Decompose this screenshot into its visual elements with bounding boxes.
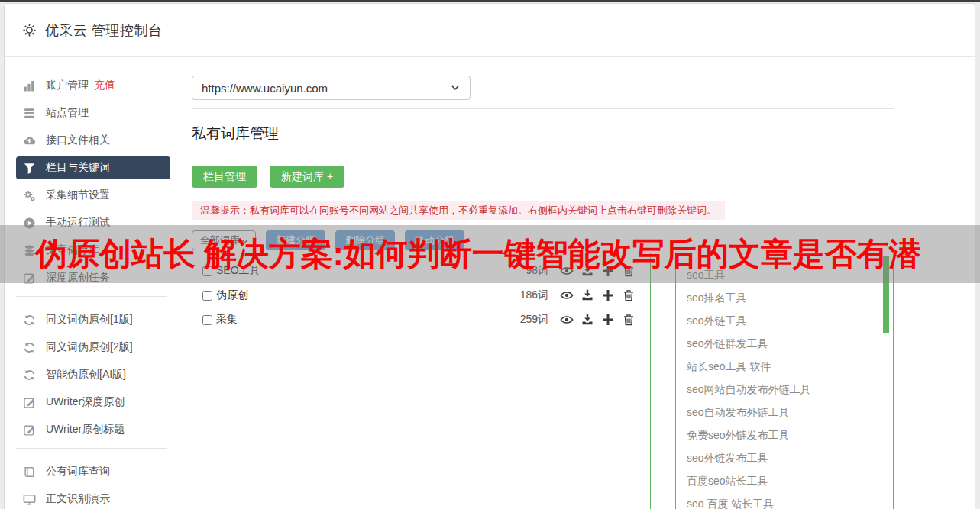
lexicon-list-panel: SEO工具 98词 伪原创 186词 (192, 253, 651, 509)
download-icon[interactable] (581, 313, 594, 327)
edit-icon (23, 424, 36, 437)
sidebar-item-synonym-v2[interactable]: 同义词伪原创[2版] (16, 336, 170, 359)
download-icon[interactable] (581, 288, 594, 302)
sidebar-item-synonym-v1[interactable]: 同义词伪原创[1版] (16, 308, 170, 331)
sidebar-item-body-recognition[interactable]: 正文识别演示 (16, 488, 170, 509)
add-icon[interactable] (601, 313, 615, 327)
sidebar-item-public-lexicon[interactable]: 公有词库查询 (16, 460, 170, 483)
banner-overlay: 伪原创站长 解决方案:如何判断一键智能改写后的文章是否有潜 (0, 225, 980, 283)
sidebar-item-ai-rewrite[interactable]: 智能伪原创[AI版] (16, 363, 170, 386)
monitor-icon (23, 493, 36, 506)
keyword-item[interactable]: 免费seo外链发布工具 (687, 424, 893, 446)
page-title: 私有词库管理 (192, 124, 976, 143)
sidebar-item-uwriter-deep[interactable]: UWriter深度原创 (16, 391, 170, 414)
keyword-item[interactable]: seo排名工具 (687, 286, 893, 309)
refresh-icon (23, 341, 36, 354)
sidebar-item-sites[interactable]: 站点管理 (16, 101, 170, 124)
sidebar-item-columns-keywords[interactable]: 栏目与关键词 (16, 156, 170, 179)
app-title: 优采云 管理控制台 (45, 21, 163, 40)
sidebar-divider (16, 448, 167, 449)
lexicon-checkbox[interactable] (202, 291, 212, 301)
tip-banner: 温馨提示：私有词库可以在同账号不同网站之间共享使用，不必重复添加。右侧框内关键词… (192, 201, 725, 220)
server-icon (23, 107, 36, 120)
trash-icon[interactable] (622, 288, 636, 302)
banner-headline: 伪原创站长 解决方案:如何判断一键智能改写后的文章是否有潜 (35, 225, 921, 283)
new-lexicon-button[interactable]: 新建词库 + (270, 166, 344, 188)
trash-icon[interactable] (622, 313, 636, 327)
manage-columns-button[interactable]: 栏目管理 (192, 166, 257, 188)
cloud-upload-icon (23, 134, 36, 147)
keyword-item[interactable]: seo网站自动发布外链工具 (687, 378, 893, 401)
keyword-item[interactable]: 百度seo站长工具 (687, 469, 893, 492)
gears-icon (23, 189, 36, 202)
window-top-edge (0, 0, 980, 2)
main-content: https://www.ucaiyun.com 私有词库管理 栏目管理 新建词库… (192, 57, 976, 509)
refresh-icon (23, 369, 36, 382)
keywords-panel: seo工具 seo排名工具 seo外链工具 seo外链群发工具 站长seo工具 … (675, 253, 894, 509)
app-header: 优采云 管理控制台 (5, 4, 975, 57)
site-select[interactable]: https://www.ucaiyun.com (192, 76, 471, 100)
keyword-item[interactable]: 站长seo工具 软件 (687, 355, 893, 378)
refresh-icon (23, 314, 36, 327)
eye-icon[interactable] (560, 313, 574, 327)
bar-chart-icon (23, 79, 36, 92)
lexicon-checkbox[interactable] (202, 315, 212, 325)
word-count: 259词 (520, 313, 548, 327)
sidebar-item-collect-settings[interactable]: 采集细节设置 (16, 184, 170, 207)
recharge-link[interactable]: 充值 (94, 79, 115, 92)
word-count: 186词 (520, 288, 548, 302)
add-icon[interactable] (601, 288, 615, 302)
sidebar-item-interface-files[interactable]: 接口文件相关 (16, 129, 170, 152)
keyword-item[interactable]: seo自动发布外链工具 (687, 401, 893, 424)
chevron-down-icon (450, 82, 461, 93)
keyword-item[interactable]: seo外链群发工具 (687, 332, 893, 355)
eye-icon[interactable] (560, 288, 574, 302)
divider (192, 108, 894, 109)
gear-icon (22, 23, 37, 37)
keyword-item[interactable]: seo外链发布工具 (687, 446, 893, 469)
keyword-item[interactable]: seo外链工具 (687, 309, 893, 332)
lexicon-row: 采集 259词 (192, 308, 650, 332)
sidebar-item-account[interactable]: 账户管理 充值 (16, 74, 170, 97)
edit-icon (23, 396, 36, 409)
sidebar: 账户管理 充值 站点管理 接口文件相关 栏目与关键词 采集细节设置 (5, 57, 192, 509)
sidebar-item-uwriter-title[interactable]: UWriter原创标题 (16, 418, 170, 441)
book-icon (23, 466, 36, 478)
lexicon-row: 伪原创 186词 (192, 283, 650, 308)
keyword-item[interactable]: seo 百度 站长工具 (687, 492, 893, 509)
sidebar-divider (16, 296, 167, 297)
funnel-icon (23, 162, 36, 175)
